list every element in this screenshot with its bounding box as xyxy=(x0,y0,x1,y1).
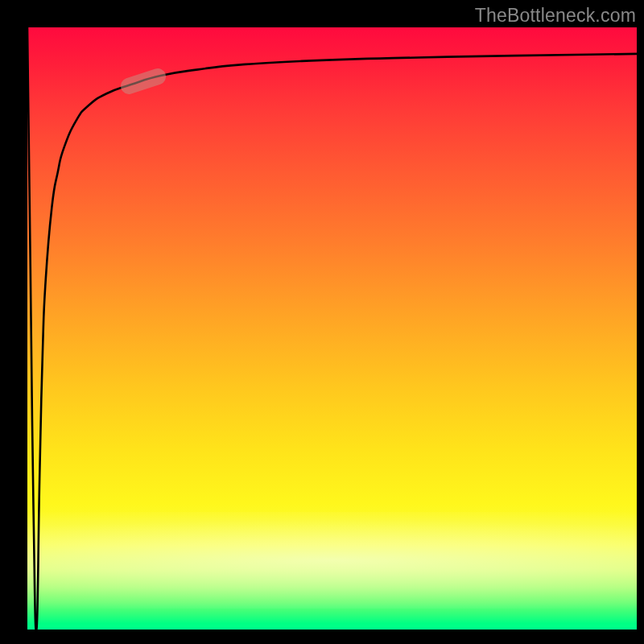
chart-frame: TheBottleneck.com xyxy=(0,0,644,644)
highlight-marker xyxy=(118,67,167,97)
watermark-text: TheBottleneck.com xyxy=(475,5,636,27)
curve-svg xyxy=(27,27,637,630)
plot-area xyxy=(27,27,637,630)
glow-band xyxy=(27,512,637,609)
bottleneck-curve xyxy=(27,27,637,630)
